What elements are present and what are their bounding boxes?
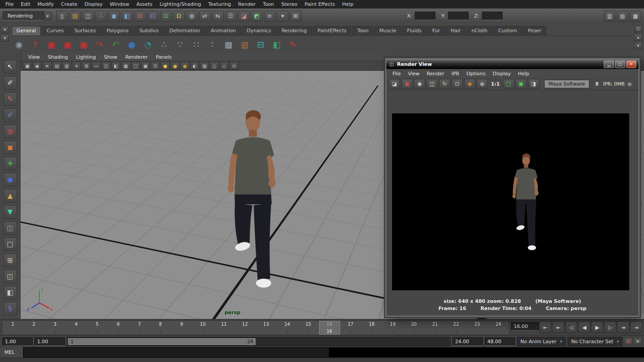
layout-single-icon[interactable]: □ — [4, 237, 17, 251]
shelf-tab-polygons[interactable]: Polygons — [102, 26, 133, 35]
lasso-tool-icon[interactable]: ✐ — [4, 76, 17, 90]
cone-down-tool-icon[interactable]: ▼ — [4, 205, 17, 219]
step-back-button[interactable]: ◁ — [565, 321, 577, 333]
range-slider-track[interactable]: 1 24 — [67, 337, 451, 346]
y-coordinate-field[interactable] — [448, 12, 469, 20]
rendered-image-area[interactable] — [392, 113, 629, 290]
render-view-menu-ipr[interactable]: IPR — [448, 70, 463, 78]
shelf-scroll-down-icon[interactable]: ▾ — [634, 42, 642, 49]
shelf-tab-fur[interactable]: Fur — [427, 26, 445, 35]
shadows-icon[interactable]: ◐ — [190, 62, 199, 70]
safe-action-icon[interactable]: □ — [131, 62, 140, 70]
layout-four-pane-icon[interactable]: ⊞ — [4, 254, 17, 267]
refresh-render-icon[interactable]: ↻ — [439, 79, 450, 89]
close-button[interactable]: ✕ — [626, 60, 636, 68]
shelf-tab-deformation[interactable]: Deformation — [164, 26, 205, 35]
shelf-tab-general[interactable]: General — [12, 26, 41, 35]
shelf-tab-surfaces[interactable]: Surfaces — [70, 26, 101, 35]
scene-globe-icon[interactable]: ◉ — [12, 37, 26, 52]
hypergraph-node2-icon[interactable]: ∵ — [173, 37, 188, 52]
viewport-menu-panels[interactable]: Panels — [152, 53, 175, 61]
selection-mask-dropdown-icon[interactable]: ▾ — [277, 11, 289, 22]
menu-edit[interactable]: Edit — [17, 0, 34, 8]
render-view-titlebar[interactable]: ◫ Render View ▁□✕ — [386, 59, 639, 69]
minimize-button[interactable]: ▁ — [604, 60, 614, 68]
small-sphere-icon[interactable]: ◔ — [141, 37, 155, 52]
bar-chart-icon[interactable]: ▥ — [237, 37, 252, 52]
command-language-toggle[interactable]: MEL — [0, 347, 23, 358]
shelf-tab-ncloth[interactable]: nCloth — [467, 26, 493, 35]
ipr-render-icon[interactable]: ◩ — [251, 11, 263, 22]
select-tool-icon[interactable]: ↖ — [4, 60, 17, 73]
shelf-tab-options-icon[interactable]: ▾ — [1, 26, 9, 33]
snap-plane-icon[interactable]: Ω — [173, 11, 185, 22]
paint-select-tool-icon[interactable]: ✎ — [4, 92, 17, 106]
snap-grid-icon[interactable]: Ω — [134, 11, 146, 22]
shelf-tab-rendering[interactable]: Rendering — [277, 26, 311, 35]
range-slider-bar[interactable]: 1 24 — [68, 338, 256, 345]
safe-title-icon[interactable]: ▣ — [141, 62, 150, 70]
rgb-channels-icon[interactable]: ◉ — [464, 79, 475, 89]
arc-curve-icon[interactable]: ↷ — [92, 37, 107, 52]
select-component-icon[interactable]: ◧ — [121, 11, 133, 22]
menu-texturing[interactable]: Texturing — [205, 0, 235, 8]
shelf-tab-painteffects[interactable]: PaintEffects — [313, 26, 352, 35]
menu-paint-effects[interactable]: Paint Effects — [301, 0, 338, 8]
maximize-button[interactable]: □ — [615, 60, 625, 68]
sphere-tool-icon[interactable]: ● — [4, 173, 17, 186]
render-region-icon[interactable]: ▣ — [401, 79, 413, 89]
shelf-tab-subdivs[interactable]: Subdivs — [134, 26, 163, 35]
film-tool-icon[interactable]: ◫ — [4, 221, 17, 235]
menu-assets[interactable]: Assets — [133, 0, 156, 8]
next-key-button[interactable]: ↠ — [617, 321, 629, 333]
select-object-icon[interactable]: ◼ — [108, 11, 120, 22]
camera-attributes-icon[interactable]: ≡ — [43, 62, 51, 70]
input-connections-icon[interactable]: ⇄ — [199, 11, 211, 22]
shelf-tab-animation[interactable]: Animation — [206, 26, 241, 35]
shelf-options-icon[interactable]: ▾ — [1, 34, 9, 42]
exposure-toggle-icon[interactable]: □ — [503, 79, 514, 89]
shelf-tab-poser[interactable]: Poser — [523, 26, 546, 35]
menu-display[interactable]: Display — [81, 0, 107, 8]
current-frame-marker[interactable]: 16 — [319, 321, 340, 335]
x-coordinate-field[interactable] — [415, 12, 435, 20]
render-view-menu-display[interactable]: Display — [489, 70, 515, 78]
previous-key-button[interactable]: ↞ — [552, 321, 564, 333]
auto-keyframe-icon[interactable]: ◉ — [624, 338, 632, 345]
render-current-frame-icon[interactable]: ◪ — [238, 11, 250, 22]
bookmark-icon[interactable]: ▤ — [52, 62, 61, 70]
make-live-icon[interactable]: ◍ — [186, 11, 198, 22]
renderer-dropdown[interactable]: Maya Software — [544, 80, 589, 88]
xray-icon[interactable]: ◇ — [220, 62, 229, 70]
render-view-menu-render[interactable]: Render — [423, 70, 448, 78]
shelf-tab-curves[interactable]: Curves — [42, 26, 68, 35]
flat-light-icon[interactable]: ● — [180, 62, 189, 70]
save-scene-icon[interactable]: ◫ — [82, 11, 94, 22]
viewport-menu-renderer[interactable]: Renderer — [121, 53, 152, 61]
construction-history-icon[interactable]: ☰ — [225, 11, 237, 22]
node-branch-icon[interactable]: ∶ — [205, 37, 220, 52]
select-camera-icon[interactable]: ▣ — [23, 62, 32, 70]
film-gate-icon[interactable]: ▭ — [92, 62, 101, 70]
render-view-window[interactable]: ◫ Render View ▁□✕ FileViewRenderIPROptio… — [386, 59, 639, 316]
current-time-field[interactable]: 16.00 — [511, 322, 539, 331]
character-set-dropdown[interactable]: No Character Set ▾ — [567, 337, 623, 346]
container-icon[interactable]: ⊟ — [253, 37, 268, 52]
viewport-menu-shading[interactable]: Shading — [44, 53, 72, 61]
anim-layer-dropdown[interactable]: No Anim Layer ▾ — [517, 337, 566, 346]
pan-zoom-icon[interactable]: ✛ — [72, 62, 81, 70]
hypergraph-node-icon[interactable]: ∴ — [157, 37, 171, 52]
paint-effects-icon[interactable]: § — [4, 302, 17, 315]
animation-start-field[interactable]: 1.00 — [2, 337, 33, 346]
gate-mask-icon[interactable]: ◧ — [111, 62, 120, 70]
character-model[interactable] — [208, 107, 298, 304]
textured-icon[interactable]: ▨ — [200, 62, 209, 70]
isolate-select-icon[interactable]: ⊙ — [230, 62, 239, 70]
cone-up-tool-icon[interactable]: ▲ — [4, 189, 17, 203]
default-light-icon[interactable]: ● — [161, 62, 170, 70]
graph-editor-icon[interactable]: ▦ — [221, 37, 236, 52]
all-lights-icon[interactable]: ● — [171, 62, 179, 70]
animation-preferences-icon[interactable]: ≡ — [634, 338, 642, 345]
quick-select-grid-icon[interactable]: ⊞ — [290, 11, 302, 22]
output-connections-icon[interactable]: ⇆ — [212, 11, 224, 22]
